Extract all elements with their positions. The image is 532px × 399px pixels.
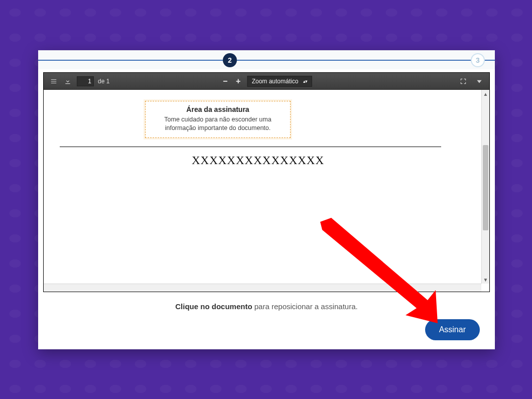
vertical-scrollbar[interactable]: ▲ ▼ [481, 90, 489, 284]
zoom-select-label: Zoom automático [252, 78, 299, 85]
signature-area-box[interactable]: Área da assinatura Tome cuidado para não… [145, 101, 291, 138]
pdf-toolbar: de 1 − + Zoom automático ▴▾ [44, 73, 489, 90]
pdf-viewer: de 1 − + Zoom automático ▴▾ [43, 72, 490, 292]
signing-panel: 2 3 de 1 − + Zoom automático ▴▾ [38, 50, 495, 349]
scroll-up-icon[interactable]: ▲ [482, 90, 489, 98]
step-progress-line [38, 60, 495, 61]
step-indicator: 2 3 [38, 50, 495, 69]
panel-footer: Clique no documento para reposicionar a … [38, 292, 495, 349]
page-number-input[interactable] [77, 76, 94, 86]
download-icon[interactable] [63, 76, 73, 86]
zoom-in-button[interactable]: + [234, 77, 242, 85]
signer-name-placeholder: XXXXXXXXXXXXXXX [44, 154, 476, 167]
reposition-help-text: Clique no documento para reposicionar a … [175, 302, 357, 311]
zoom-controls: − + Zoom automático ▴▾ [221, 76, 312, 87]
scrollbar-thumb[interactable] [483, 145, 488, 230]
sign-button[interactable]: Assinar [425, 319, 480, 340]
signature-area-description: Tome cuidado para não esconder uma infor… [151, 115, 285, 132]
signature-line [60, 147, 441, 147]
help-text-bold: Clique no documento [175, 302, 252, 311]
zoom-out-button[interactable]: − [221, 77, 229, 85]
horizontal-scrollbar[interactable] [44, 284, 481, 292]
document-canvas[interactable]: Área da assinatura Tome cuidado para não… [44, 90, 489, 292]
fullscreen-icon[interactable] [458, 76, 468, 86]
scroll-down-icon[interactable]: ▼ [482, 276, 489, 284]
page-count-label: de 1 [98, 78, 109, 85]
chevron-updown-icon: ▴▾ [303, 79, 307, 84]
signature-area-title: Área da assinatura [151, 105, 285, 113]
step-badge-current: 2 [223, 53, 237, 67]
more-tools-icon[interactable] [474, 76, 484, 86]
document-page[interactable]: Área da assinatura Tome cuidado para não… [44, 90, 476, 291]
zoom-select[interactable]: Zoom automático ▴▾ [247, 76, 312, 87]
pdf-viewer-wrap: de 1 − + Zoom automático ▴▾ [38, 69, 495, 292]
step-badge-next[interactable]: 3 [471, 53, 485, 67]
sidebar-toggle-icon[interactable] [49, 76, 59, 86]
help-text-rest: para reposicionar a assinatura. [252, 302, 358, 311]
